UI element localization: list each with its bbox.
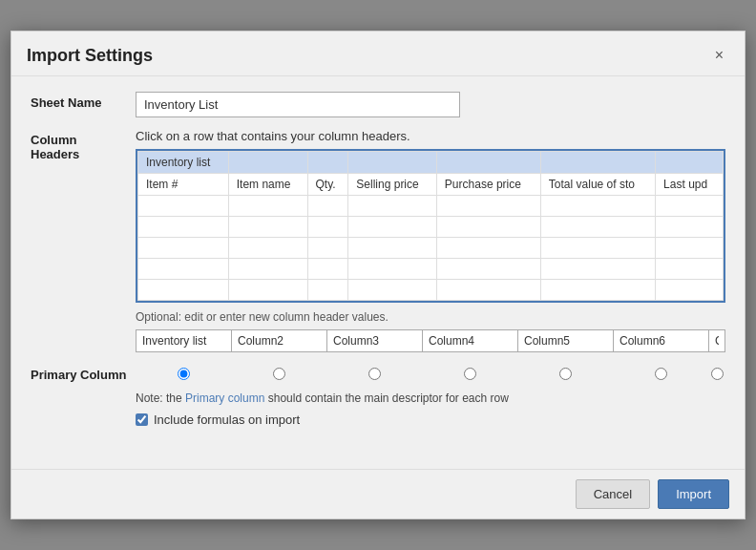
table-row[interactable] bbox=[138, 196, 724, 217]
radio-cell-2 bbox=[231, 364, 326, 384]
formula-label: Include formulas on import bbox=[154, 412, 300, 427]
table-cell bbox=[656, 152, 724, 174]
table-cell bbox=[436, 152, 540, 174]
table-cell bbox=[138, 280, 229, 301]
table-cell bbox=[138, 217, 229, 238]
edit-col-cell-2 bbox=[232, 330, 327, 351]
edit-col-input-6[interactable] bbox=[614, 330, 708, 351]
edit-col-input-7[interactable] bbox=[709, 330, 724, 351]
radio-cell-4 bbox=[422, 364, 517, 384]
edit-col-cell-4 bbox=[423, 330, 518, 351]
table-cell bbox=[138, 259, 229, 280]
primary-radio-5[interactable] bbox=[559, 368, 572, 380]
table-cell bbox=[138, 238, 229, 259]
radio-container bbox=[136, 364, 725, 384]
edit-col-input-2[interactable] bbox=[232, 330, 326, 351]
edit-columns-container bbox=[136, 329, 725, 352]
headers-table-container[interactable]: Inventory list Item # Item name bbox=[136, 149, 725, 303]
primary-column-label: Primary Column bbox=[31, 364, 136, 382]
sheet-name-label: Sheet Name bbox=[31, 92, 136, 110]
radio-cell-5 bbox=[517, 364, 613, 384]
edit-col-input-1[interactable] bbox=[136, 330, 231, 351]
radio-cell-1 bbox=[136, 364, 231, 384]
radio-cell-7 bbox=[708, 364, 725, 384]
primary-radio-6[interactable] bbox=[655, 368, 667, 380]
primary-column-content: Note: the Primary column should contain … bbox=[136, 364, 725, 442]
table-cell: Last upd bbox=[656, 174, 724, 196]
sheet-name-content bbox=[136, 92, 725, 117]
primary-radio-2[interactable] bbox=[273, 368, 285, 380]
dialog-body: Sheet Name ColumnHeaders Click on a row … bbox=[11, 76, 745, 469]
table-row[interactable] bbox=[138, 280, 724, 301]
table-cell bbox=[540, 152, 655, 174]
formula-checkbox[interactable] bbox=[136, 413, 148, 426]
edit-col-input-5[interactable] bbox=[518, 330, 613, 351]
edit-col-input-3[interactable] bbox=[327, 330, 422, 351]
edit-col-cell-5 bbox=[518, 330, 614, 351]
table-row[interactable]: Inventory list bbox=[138, 152, 724, 174]
primary-note-highlight: Primary column bbox=[185, 391, 264, 405]
table-row[interactable] bbox=[138, 238, 724, 259]
table-cell bbox=[348, 152, 437, 174]
primary-note: Note: the Primary column should contain … bbox=[136, 391, 725, 405]
sheet-name-input[interactable] bbox=[136, 92, 460, 117]
table-row[interactable] bbox=[138, 217, 724, 238]
table-row[interactable]: Item # Item name Qty. Selling price Purc… bbox=[138, 174, 724, 196]
table-cell: Item # bbox=[138, 174, 229, 196]
column-headers-instruction: Click on a row that contains your column… bbox=[136, 129, 725, 143]
dialog-header: Import Settings × bbox=[11, 32, 745, 76]
edit-col-cell-7 bbox=[709, 330, 724, 351]
formula-row: Include formulas on import bbox=[136, 412, 725, 427]
edit-col-cell-3 bbox=[327, 330, 423, 351]
edit-col-cell-6 bbox=[614, 330, 709, 351]
column-headers-label: ColumnHeaders bbox=[31, 129, 136, 161]
table-cell: Item name bbox=[228, 174, 307, 196]
edit-col-cell-1 bbox=[136, 330, 232, 351]
primary-radio-1[interactable] bbox=[178, 368, 190, 380]
table-cell bbox=[228, 152, 307, 174]
table-cell: Selling price bbox=[348, 174, 437, 196]
radio-cell-6 bbox=[613, 364, 708, 384]
close-button[interactable]: × bbox=[709, 45, 729, 66]
table-cell: Qty. bbox=[307, 174, 348, 196]
edit-col-input-4[interactable] bbox=[423, 330, 517, 351]
primary-radio-3[interactable] bbox=[368, 368, 381, 380]
import-settings-dialog: Import Settings × Sheet Name ColumnHeade… bbox=[10, 31, 746, 519]
radio-cell-3 bbox=[326, 364, 422, 384]
primary-radio-4[interactable] bbox=[464, 368, 476, 380]
sheet-name-row: Sheet Name bbox=[31, 92, 725, 117]
dialog-footer: Cancel Import bbox=[11, 469, 745, 518]
table-cell bbox=[138, 196, 229, 217]
dialog-title: Import Settings bbox=[27, 46, 153, 66]
table-cell: Inventory list bbox=[138, 152, 229, 174]
table-row[interactable] bbox=[138, 259, 724, 280]
primary-radio-7[interactable] bbox=[711, 368, 724, 380]
optional-label: Optional: edit or enter new column heade… bbox=[136, 310, 725, 324]
table-cell: Total value of sto bbox=[540, 174, 655, 196]
import-button[interactable]: Import bbox=[658, 479, 729, 509]
column-headers-content: Click on a row that contains your column… bbox=[136, 129, 725, 352]
column-headers-row: ColumnHeaders Click on a row that contai… bbox=[31, 129, 725, 352]
primary-column-row: Primary Column bbox=[31, 364, 725, 442]
table-cell bbox=[307, 152, 348, 174]
headers-table: Inventory list Item # Item name bbox=[137, 151, 724, 301]
cancel-button[interactable]: Cancel bbox=[576, 479, 650, 509]
table-cell: Purchase price bbox=[436, 174, 540, 196]
